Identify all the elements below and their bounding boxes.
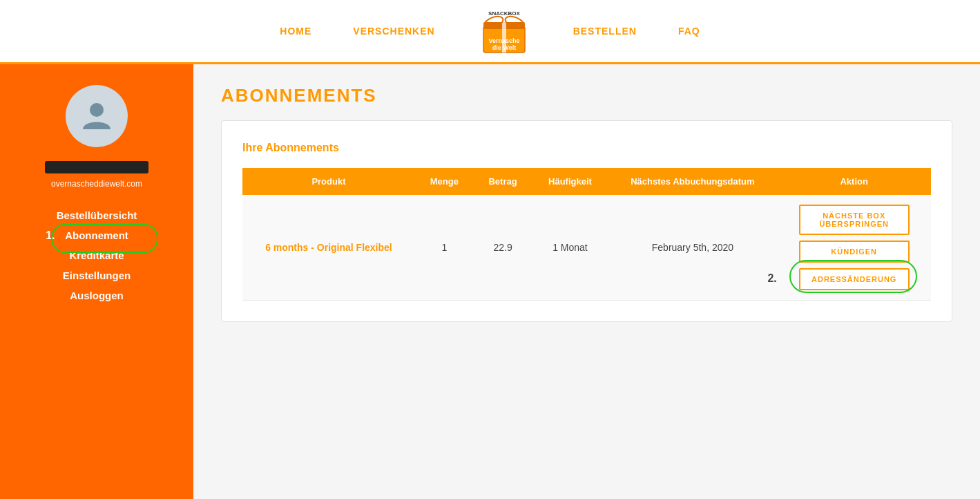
cell-betrag: 22.9: [474, 195, 532, 301]
col-menge: Menge: [415, 168, 474, 195]
table-row: 6 months - Original Flexibel 1 22.9 1 Mo…: [242, 195, 931, 301]
card-title: Ihre Abonnements: [242, 142, 931, 154]
col-haeufigkeit: Häufigkeit: [532, 168, 608, 195]
sidebar-menu: Bestellübersicht 1. Abonnement Kreditkar…: [14, 209, 180, 301]
page-title: ABONNEMENTS: [221, 85, 952, 106]
logo: SNACKBOX Vernasche die Welt: [477, 7, 532, 55]
cell-datum: February 5th, 2020: [608, 195, 777, 301]
abonnements-card: Ihre Abonnements Produkt Menge Betrag Hä…: [221, 120, 952, 322]
sidebar: overnascheddiewelt.com Bestellübersicht …: [0, 64, 193, 499]
nav-bestellen[interactable]: BESTELLEN: [573, 26, 637, 37]
col-produkt: Produkt: [242, 168, 415, 195]
sidebar-item-einstellungen[interactable]: Einstellungen: [63, 270, 131, 281]
user-icon: [79, 97, 114, 135]
cell-aktion: NÄCHSTE BOX ÜBERSPRINGEN KÜNDIGEN ADRESS…: [777, 195, 931, 301]
nav-home[interactable]: HOME: [280, 26, 311, 37]
svg-point-8: [90, 103, 104, 117]
col-naechstes-datum: Nächstes Abbuchungsdatum: [608, 168, 777, 195]
sidebar-item-bestelluebersicht[interactable]: Bestellübersicht: [57, 209, 137, 221]
main-content: ABONNEMENTS Ihre Abonnements Produkt Men…: [193, 64, 980, 499]
step2-label: 2.: [767, 272, 776, 285]
subscriptions-table: Produkt Menge Betrag Häufigkeit Nächstes…: [242, 168, 931, 301]
page-layout: overnascheddiewelt.com Bestellübersicht …: [0, 64, 980, 499]
nav-faq[interactable]: FAQ: [678, 26, 700, 37]
nav-verschenken[interactable]: VERSCHENKEN: [353, 26, 434, 37]
user-name-redacted: [45, 161, 148, 173]
table-header-row: Produkt Menge Betrag Häufigkeit Nächstes…: [242, 168, 931, 195]
cell-haeufigkeit: 1 Monat: [532, 195, 608, 301]
adressaenderung-button[interactable]: ADRESSÄNDERUNG: [799, 268, 910, 290]
user-email: overnascheddiewelt.com: [51, 179, 142, 189]
step1-label: 1.: [46, 229, 55, 242]
svg-text:SNACKBOX: SNACKBOX: [488, 10, 520, 17]
sidebar-item-kreditkarte[interactable]: Kreditkarte: [69, 249, 124, 261]
col-betrag: Betrag: [474, 168, 532, 195]
skip-next-box-button[interactable]: NÄCHSTE BOX ÜBERSPRINGEN: [799, 205, 910, 235]
cell-menge: 1: [415, 195, 474, 301]
svg-text:die Welt: die Welt: [492, 44, 516, 51]
col-aktion: Aktion: [777, 168, 931, 195]
cell-produkt: 6 months - Original Flexibel: [242, 195, 415, 301]
sidebar-item-abonnement[interactable]: 1. Abonnement: [65, 229, 128, 241]
sidebar-item-ausloggen[interactable]: Ausloggen: [70, 290, 124, 301]
top-navigation: HOME VERSCHENKEN SNACKBOX Vernasche die …: [0, 0, 980, 64]
svg-text:Vernasche: Vernasche: [488, 37, 519, 44]
kuendigen-button[interactable]: KÜNDIGEN: [799, 241, 910, 263]
avatar: [66, 85, 128, 147]
action-buttons-group: NÄCHSTE BOX ÜBERSPRINGEN KÜNDIGEN ADRESS…: [788, 205, 920, 290]
product-link[interactable]: 6 months - Original Flexibel: [265, 242, 392, 253]
